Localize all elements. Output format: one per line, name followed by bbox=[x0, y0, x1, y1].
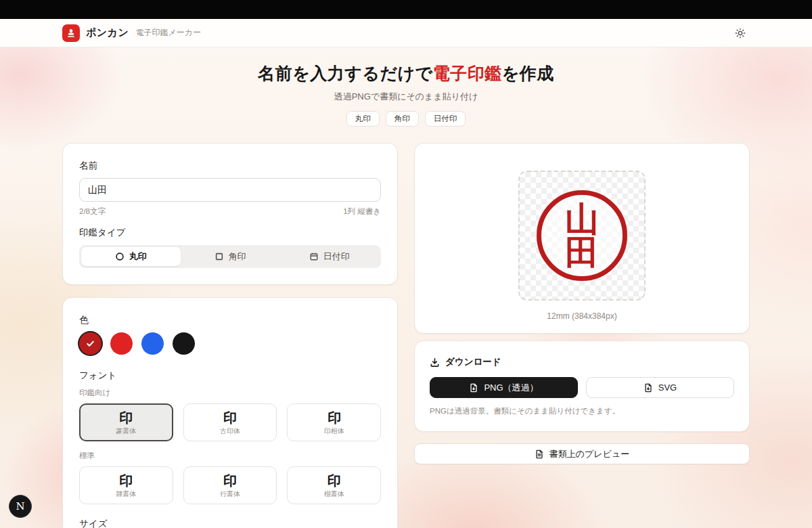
seal-text: 山 田 bbox=[565, 202, 599, 269]
font-sample: 印 bbox=[187, 472, 274, 489]
badge-date-seal: 日付印 bbox=[425, 111, 466, 127]
file-down-icon bbox=[644, 383, 653, 393]
font-sample: 印 bbox=[83, 410, 170, 426]
standard-font-options: 印 隷書体 印 行書体 印 楷書体 bbox=[79, 466, 381, 504]
layout-hint: 1列 縦書き bbox=[343, 206, 381, 217]
download-svg-button[interactable]: SVG bbox=[586, 377, 734, 398]
style-card: 色 フォント 印鑑向け 印 篆書体 bbox=[62, 297, 398, 528]
font-option-inso[interactable]: 印 印相体 bbox=[287, 403, 381, 441]
char-count: 2/8文字 bbox=[79, 206, 106, 217]
font-name: 隷書体 bbox=[83, 489, 170, 499]
window-top-bar bbox=[0, 0, 812, 19]
name-type-card: 名前 2/8文字 1列 縦書き 印鑑タイプ 丸印 bbox=[62, 143, 398, 285]
color-swatches bbox=[79, 332, 381, 355]
check-icon bbox=[85, 338, 95, 349]
seal-type-square-label: 角印 bbox=[229, 250, 246, 263]
download-card: ダウンロード PNG（透過） bbox=[414, 340, 750, 432]
theme-toggle-button[interactable] bbox=[731, 24, 750, 43]
page-title: 名前を入力するだけで電子印鑑を作成 bbox=[0, 62, 812, 85]
seal-char-1: 山 bbox=[565, 202, 599, 236]
font-group-standard-label: 標準 bbox=[79, 451, 381, 461]
sun-icon bbox=[735, 28, 746, 39]
settings-column: 名前 2/8文字 1列 縦書き 印鑑タイプ 丸印 bbox=[62, 143, 398, 528]
seal-type-date[interactable]: 日付印 bbox=[279, 247, 379, 266]
font-sample: 印 bbox=[187, 410, 274, 426]
font-name: 行書体 bbox=[187, 489, 274, 499]
font-group-seal-label: 印鑑向け bbox=[79, 388, 381, 398]
download-icon bbox=[430, 357, 440, 368]
font-name: 楷書体 bbox=[290, 489, 378, 499]
font-option-tensho[interactable]: 印 篆書体 bbox=[79, 403, 173, 441]
name-input[interactable] bbox=[79, 178, 381, 202]
seal-type-segmented-control: 丸印 角印 日付印 bbox=[79, 245, 381, 268]
seal-type-date-label: 日付印 bbox=[323, 250, 350, 263]
color-swatch-blue[interactable] bbox=[141, 332, 164, 355]
seal-type-label: 印鑑タイプ bbox=[79, 227, 381, 239]
app-tagline: 電子印鑑メーカー bbox=[135, 27, 201, 39]
font-name: 篆書体 bbox=[83, 426, 170, 436]
stamp-icon bbox=[66, 28, 76, 39]
document-preview-label: 書類上のプレビュー bbox=[549, 448, 630, 460]
seal-type-round[interactable]: 丸印 bbox=[81, 247, 181, 266]
seal-type-round-label: 丸印 bbox=[129, 250, 147, 263]
download-png-button[interactable]: PNG（透過） bbox=[430, 377, 578, 398]
preview-column: 山 田 12mm (384x384px) ダウンロード bbox=[414, 143, 750, 464]
color-swatch-red[interactable] bbox=[110, 332, 133, 355]
download-png-label: PNG（透過） bbox=[484, 382, 538, 394]
size-label: サイズ bbox=[79, 518, 381, 528]
document-preview-button[interactable]: 書類上のプレビュー bbox=[414, 443, 750, 464]
color-label: 色 bbox=[79, 314, 381, 326]
page-title-accent: 電子印鑑 bbox=[433, 64, 502, 83]
download-title: ダウンロード bbox=[445, 356, 501, 368]
font-label: フォント bbox=[79, 370, 381, 382]
font-option-gyosho[interactable]: 印 行書体 bbox=[183, 466, 277, 504]
seal-font-options: 印 篆書体 印 古印体 印 印相体 bbox=[79, 403, 381, 441]
font-option-kaisho[interactable]: 印 楷書体 bbox=[287, 466, 381, 504]
badge-square-seal: 角印 bbox=[386, 111, 419, 127]
seal-image: 山 田 bbox=[537, 190, 627, 281]
font-option-koin[interactable]: 印 古印体 bbox=[183, 403, 277, 441]
dev-tools-badge[interactable]: N bbox=[9, 495, 32, 518]
app-logo[interactable] bbox=[62, 24, 80, 42]
download-svg-label: SVG bbox=[658, 382, 677, 393]
font-name: 印相体 bbox=[290, 426, 378, 436]
badge-round-seal: 丸印 bbox=[346, 111, 380, 127]
font-option-reisho[interactable]: 印 隷書体 bbox=[79, 466, 173, 504]
seal-preview-card: 山 田 12mm (384x384px) bbox=[414, 143, 750, 334]
app-header: ポンカン 電子印鑑メーカー bbox=[0, 19, 812, 47]
font-sample: 印 bbox=[83, 472, 170, 489]
font-name: 古印体 bbox=[187, 426, 274, 436]
seal-canvas: 山 田 bbox=[518, 171, 646, 301]
circle-icon bbox=[115, 252, 125, 261]
preview-caption: 12mm (384x384px) bbox=[431, 311, 733, 321]
download-note: PNGは透過背景。書類にそのまま貼り付けできます。 bbox=[430, 406, 734, 416]
calendar-icon bbox=[309, 252, 319, 261]
file-down-icon bbox=[469, 383, 478, 393]
dev-badge-letter: N bbox=[16, 500, 24, 512]
file-text-icon bbox=[535, 449, 544, 459]
page-subtitle: 透過PNGで書類にそのまま貼り付け bbox=[0, 91, 812, 103]
font-sample: 印 bbox=[290, 472, 378, 489]
hero-section: 名前を入力するだけで電子印鑑を作成 透過PNGで書類にそのまま貼り付け 丸印 角… bbox=[0, 47, 812, 143]
page-title-prefix: 名前を入力するだけで bbox=[258, 64, 433, 83]
name-label: 名前 bbox=[79, 160, 381, 172]
seal-type-square[interactable]: 角印 bbox=[181, 247, 280, 266]
page-title-suffix: を作成 bbox=[502, 64, 554, 83]
app-name: ポンカン bbox=[86, 26, 129, 39]
hero-badges: 丸印 角印 日付印 bbox=[0, 111, 812, 127]
seal-char-2: 田 bbox=[565, 236, 599, 269]
square-icon bbox=[215, 252, 224, 261]
font-sample: 印 bbox=[290, 410, 378, 426]
color-swatch-crimson[interactable] bbox=[79, 332, 102, 355]
color-swatch-black[interactable] bbox=[173, 332, 195, 355]
